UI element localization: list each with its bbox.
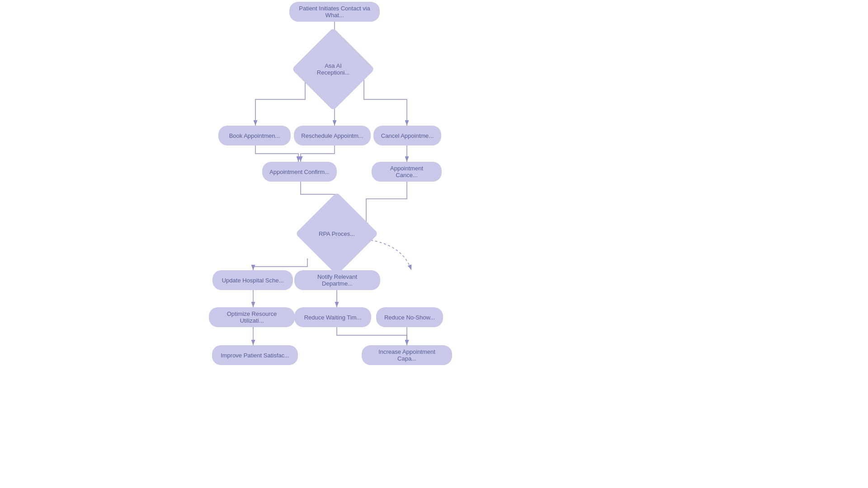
flowchart-container: Patient Initiates Contact via What... As… (0, 0, 868, 488)
diamond2-node: RPA Proces... (307, 204, 366, 263)
reduce-waiting-label: Reduce Waiting Tim... (304, 314, 362, 321)
increase-appt-label: Increase Appointment Capa... (369, 348, 445, 362)
cancel-node: Cancel Appointme... (373, 126, 441, 145)
optimize-resource-node: Optimize Resource Utilizati... (209, 307, 295, 327)
update-schedule-label: Update Hospital Sche... (222, 277, 284, 284)
start-label: Patient Initiates Contact via What... (297, 5, 373, 19)
increase-appt-node: Increase Appointment Capa... (362, 345, 452, 365)
notify-dept-label: Notify Relevant Departme... (302, 273, 373, 287)
connections-svg (0, 0, 868, 488)
book-label: Book Appointmen... (229, 132, 280, 139)
reduce-noshow-label: Reduce No-Show... (384, 314, 435, 321)
notify-dept-node: Notify Relevant Departme... (294, 270, 380, 290)
reduce-waiting-node: Reduce Waiting Tim... (294, 307, 371, 327)
start-node: Patient Initiates Contact via What... (289, 2, 380, 22)
reschedule-node: Reschedule Appointm... (294, 126, 371, 145)
appt-cancel-label: Appointment Cance... (379, 165, 434, 178)
cancel-label: Cancel Appointme... (381, 132, 434, 139)
improve-patient-label: Improve Patient Satisfac... (221, 352, 289, 359)
diamond2-label: RPA Proces... (317, 229, 357, 239)
improve-patient-node: Improve Patient Satisfac... (212, 345, 298, 365)
appt-confirm-label: Appointment Confirm... (269, 169, 330, 175)
book-node: Book Appointmen... (218, 126, 291, 145)
appt-confirm-node: Appointment Confirm... (262, 162, 337, 182)
optimize-resource-label: Optimize Resource Utilizati... (216, 310, 288, 324)
diamond1-node: Asa AI Receptioni... (304, 40, 363, 99)
appt-cancel-node: Appointment Cance... (372, 162, 442, 182)
reschedule-label: Reschedule Appointm... (301, 132, 363, 139)
diamond1-label: Asa AI Receptioni... (308, 61, 358, 78)
update-schedule-node: Update Hospital Sche... (212, 270, 293, 290)
reduce-noshow-node: Reduce No-Show... (376, 307, 443, 327)
